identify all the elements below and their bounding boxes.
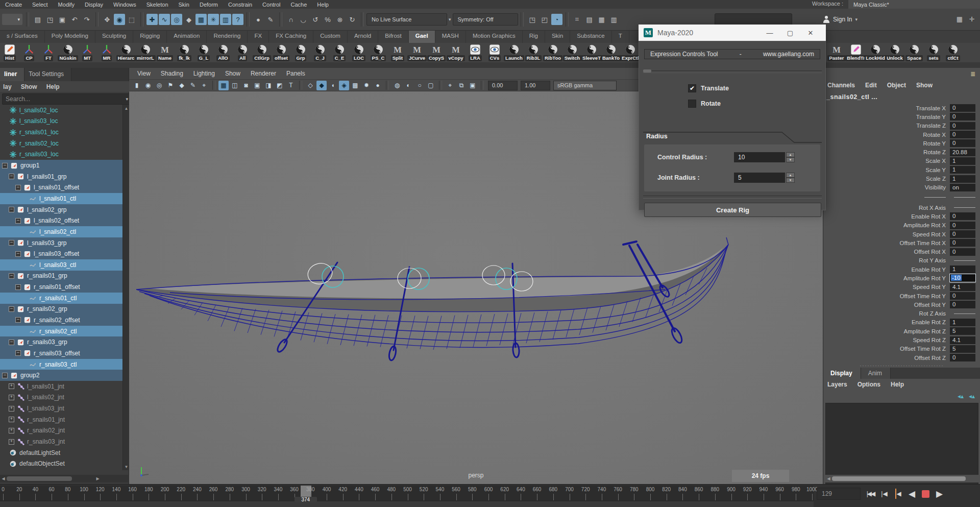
snap-view-plane-icon[interactable]: ▦ bbox=[195, 14, 207, 25]
shelf-button-fk_lk[interactable]: fk_lk bbox=[175, 43, 194, 62]
outliner-item-r_snails03_jnt[interactable]: +r_snails03_jnt bbox=[0, 436, 122, 447]
outliner-item-l_snails01_grp[interactable]: –l_snails01_grp bbox=[0, 171, 122, 182]
camera-attributes-icon[interactable]: ◎ bbox=[154, 81, 164, 90]
frame-ruler[interactable]: 0204060801001201401601802002202402602803… bbox=[0, 486, 814, 501]
character-controls-icon[interactable]: ✛ bbox=[966, 13, 977, 25]
workspace-selector[interactable]: Maya Classic* bbox=[848, 0, 980, 9]
exposure-field[interactable]: 0.00 bbox=[488, 81, 518, 90]
new-scene-icon[interactable]: ▤ bbox=[32, 14, 43, 25]
outliner-item-l_snails03_loc[interactable]: l_snails03_loc bbox=[0, 116, 122, 127]
channel-value-field[interactable]: 0 bbox=[950, 104, 975, 112]
outliner-item-l_snails02_offset[interactable]: –l_snails02_offset bbox=[0, 215, 122, 226]
outliner-item-l_snails03_offset[interactable]: –l_snails03_offset bbox=[0, 248, 122, 259]
shelf-tab-fx[interactable]: FX bbox=[248, 31, 269, 43]
rotate-checkbox[interactable] bbox=[688, 100, 696, 108]
shelf-button-blendtr[interactable]: BlendTr bbox=[846, 43, 866, 62]
collapse-icon[interactable]: – bbox=[9, 306, 14, 312]
shelf-tab-rendering[interactable]: Rendering bbox=[207, 31, 248, 43]
expand-icon[interactable]: + bbox=[9, 395, 14, 400]
translate-checkbox[interactable]: ✔ bbox=[688, 84, 696, 92]
channel-value-field[interactable]: -10 bbox=[950, 274, 975, 282]
construction-history-icon[interactable]: ↺ bbox=[310, 14, 321, 25]
viewport-menu-panels[interactable]: Panels bbox=[282, 70, 309, 77]
search-input[interactable]: Search... ▾ bbox=[2, 93, 132, 105]
layer-tab-anim[interactable]: Anim bbox=[861, 368, 891, 379]
shelf-button-mirrorl[interactable]: mirrorL bbox=[136, 43, 155, 62]
rotate-checkbox-row[interactable]: Rotate bbox=[688, 100, 721, 108]
shelf-button-exprctl[interactable]: ExprCtl bbox=[621, 43, 640, 62]
anti-alias-icon[interactable]: ○ bbox=[414, 81, 425, 90]
channel-value-field[interactable]: 0 bbox=[950, 131, 975, 138]
menu-modify[interactable]: Modify bbox=[53, 1, 80, 8]
outliner-item-l_snails02_loc[interactable]: l_snails02_loc bbox=[0, 105, 122, 116]
lock-camera-icon[interactable]: ◉ bbox=[143, 81, 153, 90]
step-back-frame-button[interactable]: |◀ bbox=[877, 487, 891, 501]
shelf-button-bankto[interactable]: BankTo bbox=[601, 43, 621, 62]
outliner-item-l_snails02_grp[interactable]: –l_snails02_grp bbox=[0, 204, 122, 215]
shelf-button-g_l[interactable]: G_L bbox=[194, 43, 213, 62]
outliner-item-l_snails03_jnt[interactable]: +l_snails03_jnt bbox=[0, 403, 122, 414]
snap-curve-icon[interactable]: ∿ bbox=[159, 14, 170, 25]
use-all-lights-icon[interactable]: ✹ bbox=[361, 81, 372, 90]
shelf-button-allo[interactable]: AllO bbox=[213, 43, 233, 62]
collapse-icon[interactable]: – bbox=[9, 207, 14, 212]
ipr-render-icon[interactable]: ⊗ bbox=[334, 14, 346, 25]
exposure-icon[interactable]: ▣ bbox=[468, 81, 478, 90]
viewport-menu-show[interactable]: Show bbox=[221, 70, 244, 77]
maximize-button[interactable]: ▢ bbox=[780, 25, 800, 40]
shelf-tab-poly-modeling[interactable]: Poly Modeling bbox=[45, 31, 95, 43]
outliner-menu-lay[interactable]: lay bbox=[3, 83, 12, 90]
minimize-button[interactable]: — bbox=[760, 25, 780, 40]
expand-icon[interactable]: + bbox=[9, 383, 14, 389]
bookmark-icon[interactable]: ⚑ bbox=[165, 81, 176, 90]
select-object-icon[interactable]: ◉ bbox=[114, 14, 125, 25]
collapse-icon[interactable]: – bbox=[9, 340, 14, 345]
expand-icon[interactable]: + bbox=[9, 428, 14, 433]
menu-deform[interactable]: Deform bbox=[194, 1, 223, 8]
open-scene-icon[interactable]: ◳ bbox=[44, 14, 56, 25]
channel-value-field[interactable]: 1 bbox=[950, 319, 975, 326]
outliner-menu-help[interactable]: Help bbox=[46, 83, 60, 90]
film-gate-icon[interactable]: ◫ bbox=[230, 81, 240, 90]
channel-value-field[interactable]: 0 bbox=[950, 122, 975, 130]
outliner-item-group2[interactable]: –group2 bbox=[0, 370, 122, 381]
channel-value-field[interactable]: 0 bbox=[950, 212, 975, 220]
step-forward-key-button[interactable]: ▶ bbox=[933, 487, 946, 501]
shelf-button-copys[interactable]: MCopyS bbox=[427, 43, 446, 62]
shelf-button-unlock[interactable]: Unlock bbox=[885, 43, 904, 62]
shelf-button-hist[interactable]: Hist bbox=[0, 43, 19, 62]
channel-value-field[interactable]: 4.1 bbox=[950, 283, 975, 291]
scrollbar-thumb[interactable] bbox=[7, 476, 72, 481]
layer-menu-help[interactable]: Help bbox=[891, 381, 904, 388]
collapse-icon[interactable]: – bbox=[15, 185, 21, 190]
grid-icon[interactable]: ▦ bbox=[218, 81, 229, 90]
channel-value-field[interactable]: on bbox=[950, 184, 975, 191]
shelf-button-vcopy[interactable]: MvCopy bbox=[446, 43, 465, 62]
stop-button[interactable] bbox=[919, 487, 933, 501]
shelf-tab-fx-caching[interactable]: FX Caching bbox=[269, 31, 313, 43]
range-slider-strip[interactable] bbox=[0, 501, 814, 507]
channel-value-field[interactable]: 0 bbox=[950, 139, 975, 147]
xray-icon[interactable]: ⧉ bbox=[456, 81, 467, 90]
output-connections-icon[interactable]: ◡ bbox=[298, 14, 309, 25]
grid-display-icon[interactable]: ▦ bbox=[596, 14, 607, 25]
time-editor-icon[interactable]: ◔ bbox=[551, 14, 562, 25]
undo-icon[interactable]: ↶ bbox=[69, 14, 80, 25]
shelf-button-mt[interactable]: MT bbox=[78, 43, 97, 62]
collapse-icon[interactable]: – bbox=[15, 317, 21, 323]
collapse-divider[interactable] bbox=[643, 70, 822, 73]
snap-help-icon[interactable]: ? bbox=[232, 14, 243, 25]
outliner-item-r_snails01_ctl[interactable]: r_snails01_ctl bbox=[0, 293, 122, 304]
camera-icon[interactable]: ▮ bbox=[132, 81, 142, 90]
channel-value-field[interactable]: 1 bbox=[950, 166, 975, 174]
menu-windows[interactable]: Windows bbox=[108, 1, 141, 8]
symmetry-field[interactable]: Symmetry: Off bbox=[453, 13, 518, 26]
collapse-icon[interactable]: – bbox=[15, 284, 21, 290]
field-chart-icon[interactable]: ◨ bbox=[263, 81, 274, 90]
shelf-button-offset[interactable]: offset bbox=[272, 43, 291, 62]
image-plane-icon[interactable]: ◆ bbox=[177, 81, 187, 90]
outliner-item-r_snails03_offset[interactable]: –r_snails03_offset bbox=[0, 348, 122, 359]
outliner-item-r_snails03_ctl[interactable]: r_snails03_ctl bbox=[0, 359, 122, 370]
paint-effects-icon[interactable]: ◰ bbox=[539, 14, 550, 25]
outliner-item-l_snails01_offset[interactable]: –l_snails01_offset bbox=[0, 182, 122, 193]
